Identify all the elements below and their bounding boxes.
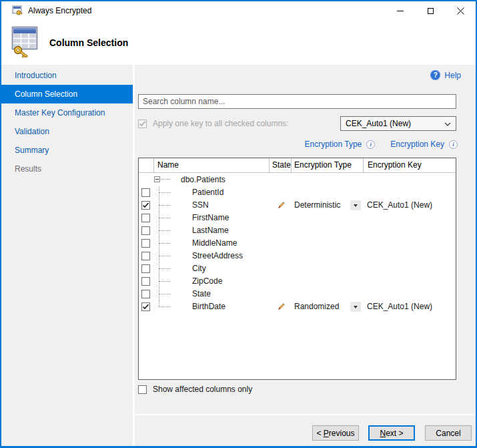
row-checkbox[interactable] xyxy=(141,277,150,286)
minimize-icon xyxy=(397,11,404,11)
maximize-button[interactable] xyxy=(420,1,440,20)
table-key-icon xyxy=(11,25,41,59)
tree-line xyxy=(159,256,171,256)
row-checkbox[interactable] xyxy=(141,201,150,210)
encryption-type-link[interactable]: Encryption Type xyxy=(304,140,362,149)
always-encrypted-wizard-window: Always Encrypted xyxy=(0,0,477,448)
sidebar-item-label: Results xyxy=(15,164,41,174)
table-row: PatientId xyxy=(139,186,456,199)
column-name: MiddleName xyxy=(192,238,237,248)
table-row: LastName xyxy=(139,224,456,237)
help-icon: ? xyxy=(430,70,440,80)
row-checkbox[interactable] xyxy=(141,214,150,222)
encryption-key-info-icon[interactable]: i xyxy=(449,140,458,149)
search-column-input[interactable] xyxy=(138,94,456,109)
tree-line xyxy=(159,294,171,294)
apply-one-key-checkbox xyxy=(138,120,147,128)
column-name: State xyxy=(192,289,211,298)
row-checkbox[interactable] xyxy=(141,264,150,273)
column-name: City xyxy=(192,264,206,273)
cancel-button[interactable]: Cancel xyxy=(425,425,472,441)
sidebar-item-results[interactable]: Results xyxy=(1,160,133,178)
table-group-row: dbo.Patients xyxy=(139,173,456,186)
column-table-header: Name State Encryption Type Encryption Ke… xyxy=(139,158,456,173)
content-pane: ? Help Apply one key to all checked colu… xyxy=(135,65,476,446)
close-button[interactable] xyxy=(450,1,470,20)
tree-line xyxy=(159,205,171,206)
collapse-expander-icon[interactable] xyxy=(154,176,160,182)
help-label: Help xyxy=(444,71,461,80)
wizard-body: IntroductionColumn SelectionMaster Key C… xyxy=(1,65,476,446)
tree-line xyxy=(159,306,171,307)
encryption-key-link[interactable]: Encryption Key xyxy=(390,140,444,149)
sidebar-item-label: Master Key Configuration xyxy=(15,108,105,118)
sidebar-item-master-key-configuration[interactable]: Master Key Configuration xyxy=(1,103,133,122)
table-row: ZipCode xyxy=(139,275,456,288)
column-name: LastName xyxy=(192,226,229,235)
minimize-button[interactable] xyxy=(390,1,410,20)
table-row: FirstName xyxy=(139,212,456,224)
table-rows: PatientId SSN Deterministic CEK_Auto xyxy=(139,186,456,313)
encryption-key-value: CEK_Auto1 (New) xyxy=(367,200,432,210)
encryption-type-dropdown-arrow[interactable] xyxy=(350,302,361,312)
cek-key-dropdown-value: CEK_Auto1 (New) xyxy=(346,119,411,128)
header-state: State xyxy=(272,160,291,170)
wizard-header: Column Selection xyxy=(1,20,476,65)
tree-line xyxy=(159,281,171,282)
close-icon xyxy=(457,7,464,15)
header-separator xyxy=(363,158,364,172)
show-affected-label: Show affected columns only xyxy=(153,385,252,394)
header-separator xyxy=(153,158,154,172)
tree-line xyxy=(159,243,171,244)
show-affected-checkbox[interactable] xyxy=(138,385,147,394)
sidebar-item-label: Validation xyxy=(15,127,49,136)
show-affected-row: Show affected columns only xyxy=(138,385,252,394)
tree-line xyxy=(159,192,171,193)
table-row: MiddleName xyxy=(139,237,456,250)
maximize-icon xyxy=(428,8,434,14)
edited-pencil-icon xyxy=(277,302,286,313)
sidebar-item-label: Introduction xyxy=(15,71,57,80)
page-title: Column Selection xyxy=(49,37,128,48)
sidebar-item-summary[interactable]: Summary xyxy=(1,141,133,160)
row-checkbox[interactable] xyxy=(141,290,150,298)
table-row: City xyxy=(139,262,456,275)
encryption-type-value[interactable]: Deterministic xyxy=(294,200,340,210)
help-link[interactable]: ? Help xyxy=(430,70,461,80)
header-encryption-key: Encryption Key xyxy=(368,160,422,170)
column-name: BirthDate xyxy=(192,302,225,311)
table-row: SSN Deterministic CEK_Auto1 (New) xyxy=(139,199,456,212)
column-name: SSN xyxy=(192,200,209,210)
encryption-type-info-icon[interactable]: i xyxy=(366,140,375,149)
sidebar-item-validation[interactable]: Validation xyxy=(1,122,133,141)
tree-line xyxy=(159,218,171,218)
header-name: Name xyxy=(157,160,179,170)
next-button[interactable]: Next > xyxy=(368,425,415,441)
app-table-key-icon xyxy=(12,5,23,16)
cek-key-dropdown[interactable]: CEK_Auto1 (New) xyxy=(340,116,456,131)
previous-button[interactable]: < Previous xyxy=(312,425,359,441)
row-checkbox[interactable] xyxy=(141,302,150,311)
footer-divider xyxy=(135,414,476,415)
table-row: State xyxy=(139,288,456,300)
sidebar-item-label: Summary xyxy=(15,146,49,155)
column-name: StreetAddress xyxy=(192,251,243,260)
row-checkbox[interactable] xyxy=(141,239,150,248)
window-title: Always Encrypted xyxy=(28,6,91,15)
sidebar-item-label: Column Selection xyxy=(15,89,77,99)
column-table: Name State Encryption Type Encryption Ke… xyxy=(138,158,456,380)
header-separator xyxy=(269,158,270,172)
row-checkbox[interactable] xyxy=(141,226,150,235)
chevron-down-icon xyxy=(444,122,451,126)
header-separator xyxy=(291,158,292,172)
encryption-type-dropdown-arrow[interactable] xyxy=(350,200,361,210)
row-checkbox[interactable] xyxy=(141,188,150,197)
wizard-steps-sidebar: IntroductionColumn SelectionMaster Key C… xyxy=(1,65,133,446)
sidebar-item-column-selection[interactable]: Column Selection xyxy=(1,85,133,103)
table-group-name: dbo.Patients xyxy=(181,175,225,184)
encryption-type-value[interactable]: Randomized xyxy=(294,302,339,311)
tree-line xyxy=(159,230,171,231)
sidebar-item-introduction[interactable]: Introduction xyxy=(1,66,133,85)
table-row: StreetAddress xyxy=(139,250,456,262)
row-checkbox[interactable] xyxy=(141,252,150,260)
